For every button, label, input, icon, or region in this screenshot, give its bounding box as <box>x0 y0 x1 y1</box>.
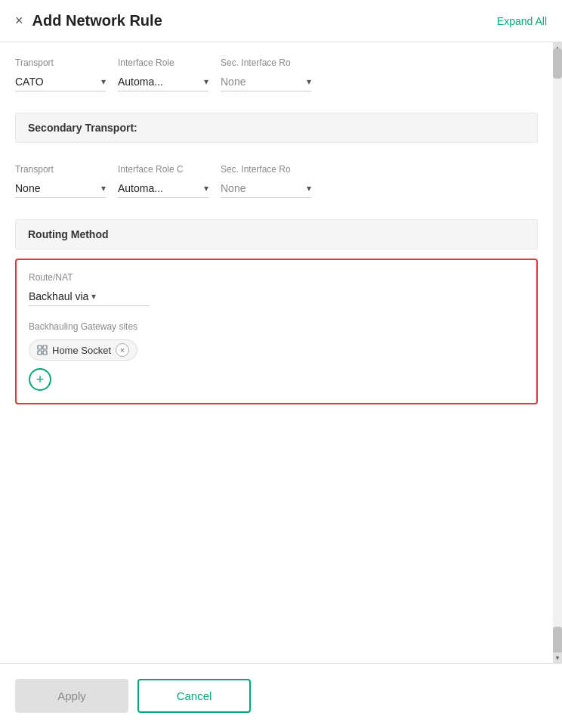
route-nat-select[interactable]: Backhaul via ▾ <box>29 287 150 306</box>
modal-title: Add Network Rule <box>32 12 162 29</box>
interface-role-select[interactable]: Automa... ▾ <box>118 73 208 91</box>
secondary-transport-value: None <box>15 182 98 194</box>
routing-method-title: Routing Method <box>28 228 109 240</box>
close-button[interactable]: × <box>15 13 23 29</box>
primary-sec-interface-field: Sec. Interface Ro None ▾ <box>221 57 311 91</box>
secondary-sec-interface-select[interactable]: None ▾ <box>221 179 311 198</box>
secondary-interface-role-select[interactable]: Automa... ▾ <box>118 179 208 198</box>
route-nat-value: Backhaul via <box>29 290 88 302</box>
secondary-interface-role-arrow: ▾ <box>204 183 208 194</box>
add-gateway-button[interactable]: + <box>29 368 51 391</box>
secondary-sec-interface-label: Sec. Interface Ro <box>221 164 311 175</box>
svg-rect-2 <box>38 351 42 355</box>
expand-all-button[interactable]: Expand All <box>497 15 547 27</box>
sec-interface-role-arrow: ▾ <box>307 76 311 87</box>
secondary-transport-section: Transport None ▾ Interface Role C Automa… <box>15 149 538 213</box>
svg-rect-0 <box>38 345 42 349</box>
sec-interface-role-select[interactable]: None ▾ <box>221 73 311 91</box>
primary-transport-section: Transport CATO ▾ Interface Role Automa..… <box>15 42 538 107</box>
modal-body: ▲ ▼ Transport CATO ▾ Interface Role <box>0 42 562 663</box>
secondary-transport-select[interactable]: None ▾ <box>15 179 106 198</box>
close-icon: × <box>15 13 23 29</box>
gateway-tags-container: Home Socket × <box>29 339 524 368</box>
sec-interface-role-value: None <box>221 76 304 88</box>
scroll-down-arrow[interactable]: ▼ <box>553 652 562 663</box>
secondary-interface-role-label: Interface Role C <box>118 164 208 175</box>
routing-method-divider: Routing Method <box>15 219 538 249</box>
primary-transport-row: Transport CATO ▾ Interface Role Automa..… <box>15 57 538 91</box>
secondary-transport-title: Secondary Transport: <box>28 122 137 134</box>
secondary-sec-interface-field: Sec. Interface Ro None ▾ <box>221 164 311 198</box>
remove-gateway-tag-button[interactable]: × <box>116 343 129 357</box>
svg-rect-1 <box>43 345 47 349</box>
secondary-transport-label: Transport <box>15 164 106 175</box>
secondary-interface-role-field: Interface Role C Automa... ▾ <box>118 164 208 198</box>
modal-container: × Add Network Rule Expand All ▲ ▼ Transp… <box>0 0 562 728</box>
transport-select[interactable]: CATO ▾ <box>15 73 106 91</box>
transport-dropdown-arrow: ▾ <box>101 76 106 87</box>
sec-interface-role-label: Sec. Interface Ro <box>221 57 311 68</box>
interface-role-arrow: ▾ <box>204 76 208 87</box>
modal-header-left: × Add Network Rule <box>15 12 162 29</box>
transport-label: Transport <box>15 57 106 68</box>
transport-select-value: CATO <box>15 76 98 88</box>
cancel-button[interactable]: Cancel <box>137 679 251 713</box>
secondary-transport-field: Transport None ▾ <box>15 164 106 198</box>
route-nat-label: Route/NAT <box>29 272 524 283</box>
primary-interface-role-field: Interface Role Automa... ▾ <box>118 57 208 91</box>
content-area: Transport CATO ▾ Interface Role Automa..… <box>15 42 547 404</box>
gateway-tag-label: Home Socket <box>52 345 111 356</box>
secondary-transport-divider: Secondary Transport: <box>15 113 538 143</box>
gateway-tag-home-socket: Home Socket × <box>29 339 137 361</box>
secondary-sec-interface-arrow: ▾ <box>307 183 311 194</box>
apply-button[interactable]: Apply <box>15 679 128 713</box>
remove-tag-icon: × <box>120 345 125 355</box>
interface-role-value: Automa... <box>118 76 201 88</box>
modal-header: × Add Network Rule Expand All <box>0 0 562 42</box>
primary-transport-field: Transport CATO ▾ <box>15 57 106 91</box>
secondary-transport-arrow: ▾ <box>101 183 106 194</box>
svg-rect-3 <box>43 351 47 355</box>
secondary-transport-row: Transport None ▾ Interface Role C Automa… <box>15 164 538 198</box>
secondary-sec-interface-value: None <box>221 182 304 194</box>
gateway-grid-icon <box>37 345 48 355</box>
scrollbar-track[interactable]: ▲ ▼ <box>553 42 562 663</box>
route-nat-arrow: ▾ <box>91 291 96 302</box>
add-gateway-icon: + <box>36 372 45 388</box>
secondary-interface-role-value: Automa... <box>118 182 201 194</box>
highlighted-routing-box: Route/NAT Backhaul via ▾ Backhauling Gat… <box>15 259 538 404</box>
scrollbar-thumb[interactable] <box>553 48 562 79</box>
interface-role-label: Interface Role <box>118 57 208 68</box>
modal-footer: Apply Cancel <box>0 663 562 728</box>
backhauling-label: Backhauling Gateway sites <box>29 321 524 332</box>
